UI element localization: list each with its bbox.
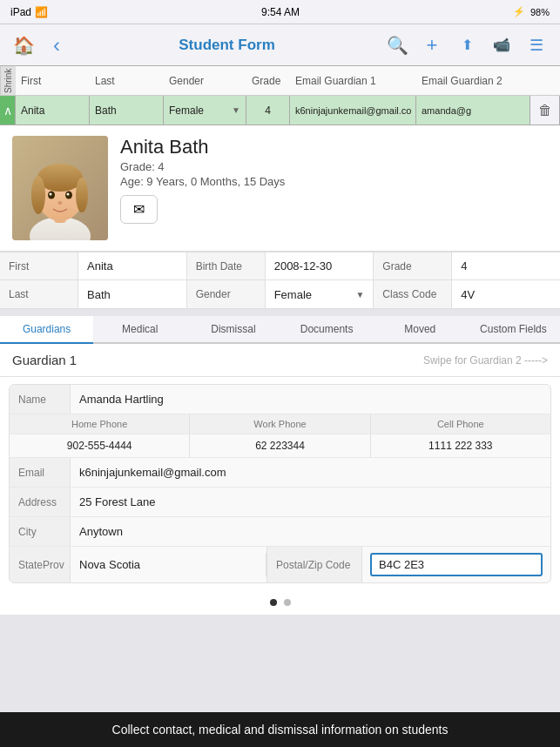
- home-phone-header: Home Phone: [10, 414, 190, 434]
- column-headers-row: Shrink First Last Gender Grade Email Gua…: [0, 66, 560, 96]
- phone-headers: Home Phone Work Phone Cell Phone: [10, 414, 550, 434]
- pagination-dot-2: [284, 599, 291, 606]
- video-button[interactable]: 📹: [485, 30, 518, 60]
- grade-label: Grade: [374, 252, 452, 279]
- svg-point-9: [50, 193, 52, 196]
- guardian-address-value: 25 Forest Lane: [71, 490, 550, 514]
- guardian-address-row: Address 25 Forest Lane: [10, 488, 550, 517]
- nav-bar: 🏠 ‹ Student Form 🔍 + ⬆ 📹 ☰: [0, 24, 560, 66]
- cell-gender: Female ▼: [164, 96, 246, 124]
- guardian-email-value: k6ninjajunkemail@gmail.com: [71, 461, 550, 484]
- shrink-label: Shrink: [0, 66, 16, 95]
- tab-medical[interactable]: Medical: [93, 316, 186, 344]
- home-button[interactable]: 🏠: [7, 30, 40, 60]
- trash-icon: 🗑: [538, 103, 552, 118]
- work-phone-value: 62 223344: [190, 434, 370, 457]
- classcode-label: Class Code: [374, 280, 452, 308]
- work-phone-header: Work Phone: [190, 414, 370, 434]
- table-row[interactable]: ∧ Anita Bath Female ▼ 4 k6ninjajunkemail…: [0, 96, 560, 125]
- row-arrow-icon: ∧: [0, 96, 16, 124]
- fields-row-1: First Anita Birth Date 2008-12-30 Grade …: [0, 252, 560, 280]
- tab-dismissal[interactable]: Dismissal: [186, 316, 280, 344]
- pagination-dot-1: [270, 599, 277, 606]
- col-grade: Grade: [252, 75, 295, 87]
- bluetooth-icon: ⚡: [513, 6, 525, 17]
- guardian-email-row: Email k6ninjajunkemail@gmail.com: [10, 458, 550, 488]
- cell-last: Bath: [90, 96, 164, 124]
- bottom-banner: Collect contact, medical and dismissal i…: [0, 712, 560, 747]
- svg-point-6: [76, 178, 88, 212]
- banner-text: Collect contact, medical and dismissal i…: [112, 723, 449, 737]
- tabs-bar: Guardians Medical Dismissal Documents Mo…: [0, 316, 560, 344]
- guardian-name-value: Amanda Hartling: [71, 387, 550, 411]
- birthdate-label: Birth Date: [187, 252, 266, 279]
- student-age: Age: 9 Years, 0 Months, 15 Days: [120, 175, 548, 188]
- student-name: Anita Bath: [120, 136, 548, 158]
- guardian-state-label: StateProv: [10, 547, 71, 582]
- guardian-title: Guardian 1: [12, 353, 77, 367]
- upload-button[interactable]: ⬆: [450, 30, 483, 60]
- guardian-state-row: StateProv Nova Scotia Postal/Zip Code B4…: [10, 547, 550, 582]
- classcode-value: 4V: [452, 280, 560, 308]
- cell-email1: k6ninjajunkemail@gmail.co: [290, 96, 416, 124]
- col-email1: Email Guardian 1: [295, 75, 422, 87]
- col-first: First: [21, 75, 95, 87]
- column-headers: First Last Gender Grade Email Guardian 1…: [16, 66, 560, 95]
- cell-first: Anita: [16, 96, 90, 124]
- guardian-swipe: Swipe for Guardian 2 ----->: [423, 354, 548, 367]
- guardian-postal-label: Postal/Zip Code: [267, 547, 362, 582]
- gender-label: Gender: [187, 280, 266, 308]
- guardian-section: Guardian 1 Swipe for Guardian 2 -----> N…: [0, 344, 560, 615]
- guardian-postal-value[interactable]: B4C 2E3: [362, 547, 550, 582]
- tab-documents[interactable]: Documents: [280, 316, 374, 344]
- svg-point-11: [58, 201, 63, 205]
- student-photo-svg: [12, 136, 108, 240]
- carrier-label: iPad: [10, 6, 31, 18]
- first-label: First: [0, 252, 78, 279]
- tab-guardians[interactable]: Guardians: [0, 316, 93, 344]
- student-info: Anita Bath Grade: 4 Age: 9 Years, 0 Mont…: [120, 136, 548, 224]
- status-right: ⚡ 98%: [513, 6, 550, 17]
- tab-moved[interactable]: Moved: [374, 316, 467, 344]
- guardian-city-value: Anytown: [71, 520, 550, 543]
- page-title: Student Form: [73, 37, 381, 54]
- guardian-city-label: City: [10, 517, 71, 546]
- last-label: Last: [0, 280, 78, 308]
- col-last: Last: [95, 75, 169, 87]
- time-label: 9:54 AM: [261, 6, 300, 18]
- guardian-email-label: Email: [10, 458, 71, 487]
- fields-section: First Anita Birth Date 2008-12-30 Grade …: [0, 252, 560, 309]
- back-button[interactable]: ‹: [40, 30, 73, 60]
- student-card: Anita Bath Grade: 4 Age: 9 Years, 0 Mont…: [0, 125, 560, 252]
- menu-button[interactable]: ☰: [520, 30, 553, 60]
- guardian-name-label: Name: [10, 385, 71, 414]
- guardian-state-value: Nova Scotia: [71, 553, 267, 576]
- email-button[interactable]: ✉: [120, 195, 158, 224]
- gender-dropdown-icon: ▼: [355, 290, 364, 299]
- guardian-address-label: Address: [10, 488, 71, 516]
- phone-values: 902-555-4444 62 223344 1111 222 333: [10, 434, 550, 458]
- cell-phone-header: Cell Phone: [371, 414, 550, 434]
- student-grade: Grade: 4: [120, 160, 548, 173]
- home-phone-value: 902-555-4444: [10, 434, 190, 457]
- nav-actions: 🔍 + ⬆ 📹 ☰: [381, 30, 553, 60]
- guardian-card: Name Amanda Hartling Home Phone Work Pho…: [9, 384, 551, 583]
- col-email2: Email Guardian 2: [422, 75, 555, 87]
- student-photo: [12, 136, 108, 240]
- svg-point-10: [67, 193, 70, 196]
- gender-value: Female ▼: [266, 280, 374, 308]
- search-button[interactable]: 🔍: [381, 30, 414, 60]
- add-button[interactable]: +: [415, 30, 449, 60]
- cell-email2: amanda@g: [416, 96, 530, 124]
- pagination: [0, 590, 560, 615]
- svg-point-5: [31, 176, 45, 214]
- delete-button[interactable]: 🗑: [530, 96, 560, 124]
- guardian-header: Guardian 1 Swipe for Guardian 2 ----->: [0, 344, 560, 377]
- cell-grade: 4: [246, 96, 290, 124]
- status-bar: iPad 📶 9:54 AM ⚡ 98%: [0, 0, 560, 24]
- guardian-name-row: Name Amanda Hartling: [10, 385, 550, 414]
- battery-label: 98%: [530, 7, 550, 17]
- email-icon: ✉: [133, 201, 145, 218]
- tab-custom-fields[interactable]: Custom Fields: [467, 316, 560, 344]
- postal-input[interactable]: B4C 2E3: [370, 553, 543, 576]
